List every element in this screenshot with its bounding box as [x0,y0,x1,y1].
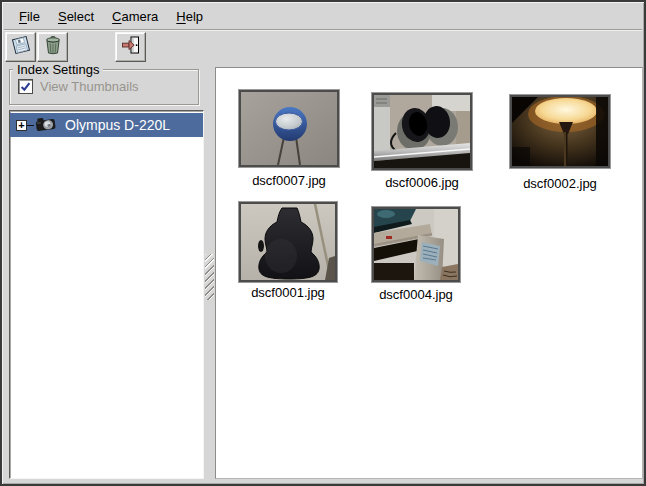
filename-label: dscf0002.jpg [510,176,610,191]
thumbnail-dscf0007-photo[interactable] [239,90,339,167]
tree-row-olympus[interactable]: + Olympus D-220L [10,113,203,137]
view-thumbnails-row: View Thumbnails [18,79,139,94]
check-mark-icon [19,80,32,93]
menu-file[interactable]: File [10,5,49,28]
tree-connector-line [27,125,34,126]
delete-button[interactable] [37,32,68,62]
view-thumbnails-checkbox[interactable] [18,79,33,94]
thumbnail-dscf0006-photo[interactable] [372,93,472,170]
menu-camera[interactable]: Camera [103,5,167,28]
exit-button[interactable] [115,32,146,62]
menu-bar: File Select Camera Help [4,4,642,30]
menu-select[interactable]: Select [49,5,103,28]
gtkam-window: File Select Camera Help [0,0,646,486]
thumbnail-dscf0004-photo[interactable] [372,207,460,282]
menu-help-rest: elp [186,9,203,24]
tree-item-label: Olympus D-220L [65,117,170,133]
index-settings-title: Index Settings [13,62,103,77]
exit-door-icon [120,34,142,60]
camera-icon [34,115,58,135]
view-thumbnails-label: View Thumbnails [40,79,139,94]
thumbnail-dscf0002-photo[interactable] [510,95,610,168]
trash-icon [42,34,64,60]
camera-tree: + Olympus D-220L [9,110,204,479]
filename-label: dscf0006.jpg [372,175,472,190]
filename-label: dscf0004.jpg [372,287,460,302]
menu-camera-rest: amera [122,9,159,24]
filename-label: dscf0007.jpg [239,173,339,188]
menu-help-accel: H [176,9,185,24]
menu-file-rest: ile [27,9,40,24]
menu-select-rest: elect [67,9,94,24]
menu-select-accel: S [58,9,67,24]
floppy-disk-icon [10,34,32,60]
save-button[interactable] [5,32,36,62]
menu-file-accel: F [19,9,27,24]
pane-splitter-grip[interactable] [205,254,214,300]
menu-help[interactable]: Help [167,5,212,28]
index-settings-frame: Index Settings View Thumbnails [9,69,199,105]
thumbnail-dscf0001-photo[interactable] [239,202,337,282]
filename-label: dscf0001.jpg [239,285,337,300]
menu-camera-accel: C [112,9,121,24]
tree-expander-icon[interactable]: + [16,120,27,131]
